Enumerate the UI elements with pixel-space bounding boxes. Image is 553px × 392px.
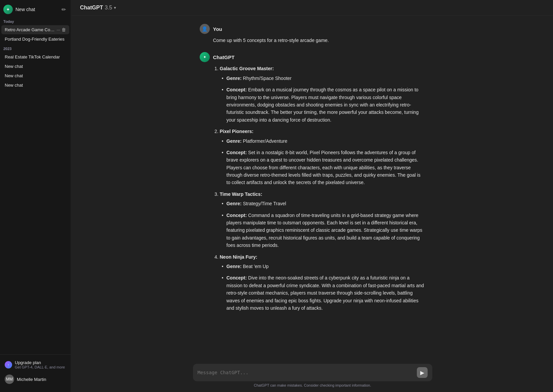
sidebar-item-portland-dog[interactable]: Portland Dog-Friendly Eateries [1, 35, 69, 44]
model-version: 3.5 [105, 5, 112, 11]
user-avatar: MM [5, 375, 14, 384]
sidebar-header: ✦ New chat ✏ [0, 3, 71, 16]
assistant-message-content: Galactic Groove Master: Genre: Rhythm/Sp… [200, 65, 426, 312]
concept-2-genre: Genre: Platformer/Adventure [222, 137, 426, 145]
sidebar-item-text: Retro Arcade Game Conce... [5, 27, 56, 32]
concept-3-genre: Genre: Strategy/Time Travel [222, 200, 426, 207]
delete-icon[interactable]: 🗑 [62, 27, 66, 32]
chevron-down-icon: ▾ [114, 5, 116, 10]
concept-4-bullets: Genre: Beat 'em Up Concept: Dive into th… [220, 263, 426, 312]
upgrade-title: Upgrade plan [15, 360, 65, 365]
user-message: 👤 You Come up with 5 concepts for a retr… [192, 24, 434, 44]
concept-label-3: Concept: [227, 213, 247, 218]
user-profile-button[interactable]: MM Michelle Martin [1, 372, 69, 387]
concept-3-title: Time Warp Tactics: [220, 191, 263, 197]
sidebar-item-new-chat-2[interactable]: New chat [1, 71, 69, 80]
brand-icon-symbol: ✦ [6, 7, 10, 12]
model-name: ChatGPT [80, 5, 103, 11]
sidebar: ✦ New chat ✏ Today Retro Arcade Game Con… [0, 0, 71, 392]
concepts-list: Galactic Groove Master: Genre: Rhythm/Sp… [213, 65, 426, 312]
genre-label-4: Genre: [227, 264, 242, 269]
concept-text-3: Command a squadron of time-traveling uni… [227, 213, 423, 248]
message-sender-assistant: ChatGPT [213, 54, 235, 60]
sidebar-item-new-chat-1[interactable]: New chat [1, 62, 69, 71]
sidebar-item-retro-arcade[interactable]: Retro Arcade Game Conce... ··· 🗑 [1, 25, 69, 34]
sidebar-footer: ↑ Upgrade plan Get GPT-4, DALL·E, and mo… [0, 354, 71, 389]
model-selector[interactable]: ChatGPT 3.5 ▾ [77, 3, 119, 12]
sidebar-item-text: New chat [5, 73, 66, 78]
concept-3-concept: Concept: Command a squadron of time-trav… [222, 212, 426, 249]
concept-label-2: Concept: [227, 150, 247, 155]
sidebar-brand[interactable]: ✦ New chat [3, 5, 35, 14]
upgrade-text-group: Upgrade plan Get GPT-4, DALL·E, and more [15, 360, 65, 369]
sidebar-item-text: New chat [5, 64, 66, 69]
genre-label-2: Genre: [227, 138, 242, 144]
upgrade-subtitle: Get GPT-4, DALL·E, and more [15, 365, 65, 369]
section-label-2023: 2023 [0, 44, 71, 52]
concept-label-4: Concept: [227, 275, 247, 280]
send-button[interactable]: ▶ [417, 367, 428, 378]
upgrade-icon: ↑ [5, 361, 12, 368]
upgrade-plan-button[interactable]: ↑ Upgrade plan Get GPT-4, DALL·E, and mo… [1, 357, 69, 372]
sidebar-item-new-chat-3[interactable]: New chat [1, 81, 69, 90]
upgrade-arrow-icon: ↑ [7, 363, 9, 367]
concept-item-1: Galactic Groove Master: Genre: Rhythm/Sp… [220, 65, 426, 124]
genre-value-2: Platformer/Adventure [243, 138, 287, 144]
brand-title: New chat [15, 7, 35, 12]
sidebar-item-text: Real Estate TikTok Calendar [5, 54, 66, 59]
message-header-assistant: ✦ ChatGPT [200, 52, 426, 62]
brand-icon: ✦ [3, 5, 13, 14]
sidebar-item-real-estate[interactable]: Real Estate TikTok Calendar [1, 52, 69, 61]
main-content: ChatGPT 3.5 ▾ 👤 You Come up with 5 conce… [72, 0, 553, 392]
concept-text-2: Set in a nostalgic 8-bit world, Pixel Pi… [227, 150, 421, 185]
concept-item-3: Time Warp Tactics: Genre: Strategy/Time … [220, 190, 426, 249]
message-sender-user: You [213, 26, 222, 32]
concept-1-title: Galactic Groove Master: [220, 66, 274, 71]
message-header: 👤 You [200, 24, 426, 34]
genre-label-1: Genre: [227, 76, 242, 81]
sidebar-nav: Today Retro Arcade Game Conce... ··· 🗑 P… [0, 17, 71, 354]
concept-item-4: Neon Ninja Fury: Genre: Beat 'em Up Conc… [220, 253, 426, 312]
main-header: ChatGPT 3.5 ▾ [72, 0, 553, 16]
new-chat-button[interactable]: ✏ [60, 5, 67, 14]
chat-area: 👤 You Come up with 5 concepts for a retr… [72, 16, 553, 361]
footer-disclaimer: ChatGPT can make mistakes. Consider chec… [193, 381, 432, 391]
input-container: ▶ [193, 364, 432, 381]
section-label-today: Today [0, 17, 71, 25]
concept-2-title: Pixel Pioneers: [220, 129, 253, 134]
concept-1-bullets: Genre: Rhythm/Space Shooter Concept: Emb… [220, 75, 426, 124]
concept-4-genre: Genre: Beat 'em Up [222, 263, 426, 270]
user-message-content: Come up with 5 concepts for a retro-styl… [200, 37, 426, 44]
genre-value-4: Beat 'em Up [243, 264, 269, 269]
genre-value-1: Rhythm/Space Shooter [243, 76, 292, 81]
chatgpt-avatar-icon: ✦ [200, 52, 210, 62]
sidebar-item-text: New chat [5, 83, 66, 88]
sidebar-item-text: Portland Dog-Friendly Eateries [5, 37, 66, 42]
concept-3-bullets: Genre: Strategy/Time Travel Concept: Com… [220, 200, 426, 249]
concept-1-genre: Genre: Rhythm/Space Shooter [222, 75, 426, 82]
concept-2-concept: Concept: Set in a nostalgic 8-bit world,… [222, 149, 426, 186]
concept-text-4: Dive into the neon-soaked streets of a c… [227, 275, 424, 311]
genre-value-3: Strategy/Time Travel [243, 201, 286, 206]
user-avatar-icon: 👤 [200, 24, 210, 34]
concept-4-title: Neon Ninja Fury: [220, 254, 258, 260]
chat-input[interactable] [198, 369, 413, 376]
concept-item-2: Pixel Pioneers: Genre: Platformer/Advent… [220, 128, 426, 186]
concept-label-1: Concept: [227, 87, 247, 92]
user-message-text: Come up with 5 concepts for a retro-styl… [213, 37, 426, 44]
more-options-icon[interactable]: ··· [56, 27, 60, 32]
concept-2-bullets: Genre: Platformer/Adventure Concept: Set… [220, 137, 426, 186]
sidebar-item-actions[interactable]: ··· 🗑 [56, 27, 66, 32]
concept-1-concept: Concept: Embark on a musical journey thr… [222, 86, 426, 124]
concept-4-concept: Concept: Dive into the neon-soaked stree… [222, 274, 426, 312]
send-icon: ▶ [420, 369, 424, 376]
genre-label-3: Genre: [227, 201, 242, 206]
assistant-message: ✦ ChatGPT Galactic Groove Master: Genre:… [192, 52, 434, 312]
user-name: Michelle Martin [17, 377, 46, 382]
input-area: ▶ ChatGPT can make mistakes. Consider ch… [185, 361, 440, 392]
concept-text-1: Embark on a musical journey through the … [227, 87, 419, 123]
